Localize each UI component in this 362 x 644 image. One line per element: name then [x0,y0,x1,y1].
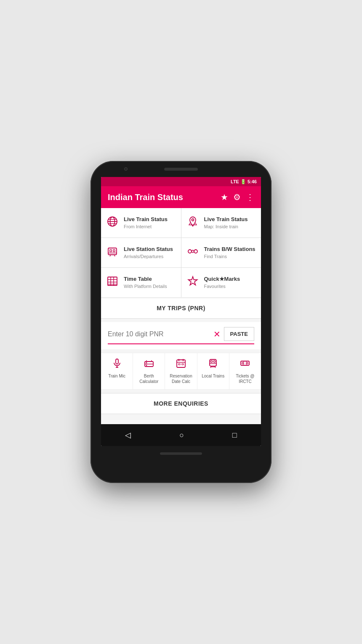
app-bar: Indian Train Status ★ ⚙ ⋮ [101,186,261,208]
globe-icon [106,216,119,230]
menu-subtitle-timetable: With Platform Details [124,283,167,289]
station-icon [106,245,119,260]
svg-rect-38 [214,361,216,362]
status-icons: LTE 🔋 5:46 [231,179,257,185]
camera [124,167,128,171]
tickets-irctc-label: Tickets @ IRCTC [231,373,259,384]
menu-title-live-train: Live Train Status [124,216,168,223]
menu-subtitle-live-train-map: Map: Inside train [204,224,248,230]
menu-text-trains-between: Trains B/W Stations Find Trains [204,246,256,259]
svg-rect-35 [210,359,216,366]
map-pin-icon [186,216,199,230]
back-button[interactable]: ◁ [125,430,131,440]
calendar-icon [176,358,186,371]
menu-subtitle-trains-between: Find Trains [204,253,256,259]
menu-title-live-train-map: Live Train Status [204,216,248,223]
svg-rect-7 [110,250,112,252]
menu-grid: Live Train Status From Internet L [101,208,261,297]
battery-icon: 🔋 [240,179,246,185]
star-button[interactable]: ★ [221,192,228,202]
pnr-input[interactable] [108,330,213,338]
timetable-icon [106,275,119,290]
pnr-input-row: ✕ PASTE [108,327,254,344]
menu-item-quickmarks[interactable]: Quick★Marks Favourites [181,268,261,297]
settings-button[interactable]: ⚙ [233,192,241,202]
svg-rect-20 [116,359,118,364]
menu-title-trains-between: Trains B/W Stations [204,246,256,253]
svg-point-12 [188,250,192,253]
menu-title-quickmarks: Quick★Marks [204,276,240,282]
route-icon [186,245,199,260]
phone-screen: LTE 🔋 5:46 Indian Train Status ★ ⚙ ⋮ [101,177,261,446]
mic-icon [112,358,122,371]
local-trains-label: Local Trains [202,373,224,379]
phone-device: LTE 🔋 5:46 Indian Train Status ★ ⚙ ⋮ [90,161,272,483]
svg-rect-33 [178,364,180,365]
svg-point-13 [194,250,197,253]
reservation-date-calc-item[interactable]: Reservation Date Calc [165,353,197,389]
svg-point-25 [146,362,147,364]
train-mic-label: Train Mic [108,373,125,379]
menu-text-station: Live Station Status Arrivals/Departures [124,246,173,259]
svg-rect-8 [113,250,115,252]
more-enquiries-button[interactable]: MORE ENQUIRIES [101,393,261,414]
more-button[interactable]: ⋮ [246,192,254,202]
time-display: 5:46 [248,179,257,184]
main-content: Live Train Status From Internet L [101,208,261,424]
pnr-clear-button[interactable]: ✕ [213,329,221,339]
menu-text-live-train-map: Live Train Status Map: Inside train [204,216,248,230]
svg-point-5 [192,219,194,221]
tickets-irctc-item[interactable]: Tickets @ IRCTC [229,353,261,389]
menu-title-station: Live Station Status [124,246,173,253]
train-mic-item[interactable]: Train Mic [101,353,133,389]
bottom-nav: ◁ ○ □ [101,424,261,446]
menu-item-trains-between[interactable]: Trains B/W Stations Find Trains [181,238,261,267]
home-button[interactable]: ○ [179,431,184,440]
recent-button[interactable]: □ [232,431,237,440]
ticket-icon [240,358,250,371]
local-trains-item[interactable]: Local Trains [197,353,229,389]
star-outline-icon [186,275,199,290]
svg-rect-37 [211,361,213,362]
paste-button[interactable]: PASTE [224,327,254,341]
menu-item-live-train-map[interactable]: Live Train Status Map: Inside train [181,208,261,238]
menu-subtitle-station: Arrivals/Departures [124,253,173,259]
menu-text-timetable: Time Table With Platform Details [124,276,167,289]
svg-rect-29 [177,360,185,367]
svg-rect-34 [182,364,184,365]
reservation-date-label: Reservation Date Calc [167,373,195,384]
berth-icon [144,358,154,371]
svg-point-26 [146,365,147,366]
berth-calculator-item[interactable]: Berth Calculator [133,353,165,389]
my-trips-button[interactable]: MY TRIPS (PNR) [101,298,261,319]
train-icon [208,358,218,371]
menu-text-quickmarks: Quick★Marks Favourites [204,276,240,289]
lte-indicator: LTE [231,179,239,184]
menu-item-live-train-internet[interactable]: Live Train Status From Internet [101,208,181,238]
phone-bottom [90,446,272,461]
empty-space [101,414,261,424]
berth-calculator-label: Berth Calculator [135,373,163,384]
menu-title-timetable: Time Table [124,276,167,282]
bottom-speaker [160,452,202,455]
bottom-icons-row: Train Mic Berth Calculat [101,353,261,390]
app-title: Indian Train Status [108,193,216,202]
speaker [164,168,198,171]
phone-top [90,161,272,177]
menu-item-timetable[interactable]: Time Table With Platform Details [101,268,181,297]
menu-subtitle-live-train: From Internet [124,224,168,230]
menu-subtitle-quickmarks: Favourites [204,283,240,289]
menu-item-station-status[interactable]: Live Station Status Arrivals/Departures [101,238,181,267]
svg-rect-6 [108,248,117,255]
pnr-section: ✕ PASTE [101,322,261,349]
menu-text-live-train-internet: Live Train Status From Internet [124,216,168,230]
status-bar: LTE 🔋 5:46 [101,177,261,186]
